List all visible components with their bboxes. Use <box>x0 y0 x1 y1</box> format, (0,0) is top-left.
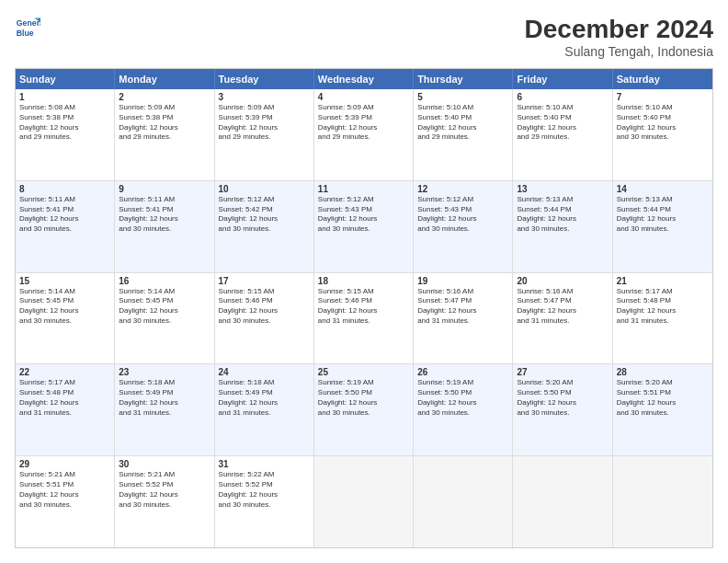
day-number: 5 <box>417 92 508 102</box>
calendar-header: SundayMondayTuesdayWednesdayThursdayFrid… <box>16 69 712 89</box>
cell-text: Sunrise: 5:13 AM Sunset: 5:44 PM Dayligh… <box>617 195 709 235</box>
calendar-cell: 22 Sunrise: 5:17 AM Sunset: 5:48 PM Dayl… <box>16 364 115 455</box>
day-number: 9 <box>119 184 210 194</box>
cell-text: Sunrise: 5:10 AM Sunset: 5:40 PM Dayligh… <box>617 103 709 143</box>
calendar-cell <box>513 456 612 547</box>
day-number: 27 <box>517 367 608 377</box>
cell-text: Sunrise: 5:14 AM Sunset: 5:45 PM Dayligh… <box>119 287 210 327</box>
day-number: 18 <box>318 276 409 286</box>
day-header-saturday: Saturday <box>613 69 712 89</box>
page: General Blue General Blue December 2024 … <box>0 0 728 563</box>
day-number: 28 <box>617 367 709 377</box>
day-number: 8 <box>19 184 110 194</box>
calendar: SundayMondayTuesdayWednesdayThursdayFrid… <box>15 68 713 548</box>
day-number: 14 <box>617 184 709 194</box>
calendar-cell: 10 Sunrise: 5:12 AM Sunset: 5:42 PM Dayl… <box>215 181 314 272</box>
day-number: 30 <box>119 459 210 469</box>
calendar-cell: 4 Sunrise: 5:09 AM Sunset: 5:39 PM Dayli… <box>314 89 414 180</box>
calendar-cell: 14 Sunrise: 5:13 AM Sunset: 5:44 PM Dayl… <box>613 181 712 272</box>
cell-text: Sunrise: 5:13 AM Sunset: 5:44 PM Dayligh… <box>517 195 608 235</box>
calendar-cell: 17 Sunrise: 5:15 AM Sunset: 5:46 PM Dayl… <box>215 273 314 364</box>
day-number: 10 <box>219 184 310 194</box>
calendar-cell: 6 Sunrise: 5:10 AM Sunset: 5:40 PM Dayli… <box>513 89 612 180</box>
cell-text: Sunrise: 5:21 AM Sunset: 5:52 PM Dayligh… <box>119 470 210 510</box>
day-number: 19 <box>417 276 508 286</box>
calendar-body: 1 Sunrise: 5:08 AM Sunset: 5:38 PM Dayli… <box>16 89 712 547</box>
calendar-row-2: 8 Sunrise: 5:11 AM Sunset: 5:41 PM Dayli… <box>16 181 712 273</box>
cell-text: Sunrise: 5:12 AM Sunset: 5:43 PM Dayligh… <box>318 195 409 235</box>
calendar-cell: 31 Sunrise: 5:22 AM Sunset: 5:52 PM Dayl… <box>215 456 314 547</box>
cell-text: Sunrise: 5:10 AM Sunset: 5:40 PM Dayligh… <box>417 103 508 143</box>
cell-text: Sunrise: 5:15 AM Sunset: 5:46 PM Dayligh… <box>318 287 409 327</box>
day-number: 29 <box>19 459 110 469</box>
calendar-cell: 19 Sunrise: 5:16 AM Sunset: 5:47 PM Dayl… <box>414 273 513 364</box>
day-number: 6 <box>517 92 608 102</box>
calendar-cell: 5 Sunrise: 5:10 AM Sunset: 5:40 PM Dayli… <box>414 89 513 180</box>
calendar-cell: 20 Sunrise: 5:16 AM Sunset: 5:47 PM Dayl… <box>513 273 612 364</box>
cell-text: Sunrise: 5:20 AM Sunset: 5:50 PM Dayligh… <box>517 378 608 418</box>
day-number: 16 <box>119 276 210 286</box>
cell-text: Sunrise: 5:18 AM Sunset: 5:49 PM Dayligh… <box>119 378 210 418</box>
day-number: 15 <box>19 276 110 286</box>
month-year: December 2024 <box>525 15 713 44</box>
calendar-cell: 15 Sunrise: 5:14 AM Sunset: 5:45 PM Dayl… <box>16 273 115 364</box>
logo-icon: General Blue <box>15 15 40 40</box>
day-number: 2 <box>119 92 210 102</box>
day-header-thursday: Thursday <box>414 69 513 89</box>
cell-text: Sunrise: 5:08 AM Sunset: 5:38 PM Dayligh… <box>19 103 110 143</box>
day-number: 4 <box>318 92 409 102</box>
title-block: December 2024 Sulang Tengah, Indonesia <box>525 15 713 59</box>
calendar-cell: 16 Sunrise: 5:14 AM Sunset: 5:45 PM Dayl… <box>115 273 214 364</box>
day-number: 13 <box>517 184 608 194</box>
cell-text: Sunrise: 5:22 AM Sunset: 5:52 PM Dayligh… <box>219 470 310 510</box>
cell-text: Sunrise: 5:21 AM Sunset: 5:51 PM Dayligh… <box>19 470 110 510</box>
day-number: 12 <box>417 184 508 194</box>
calendar-cell: 11 Sunrise: 5:12 AM Sunset: 5:43 PM Dayl… <box>314 181 414 272</box>
day-header-wednesday: Wednesday <box>314 69 414 89</box>
day-number: 1 <box>19 92 110 102</box>
cell-text: Sunrise: 5:12 AM Sunset: 5:42 PM Dayligh… <box>219 195 310 235</box>
cell-text: Sunrise: 5:17 AM Sunset: 5:48 PM Dayligh… <box>19 378 110 418</box>
calendar-cell: 23 Sunrise: 5:18 AM Sunset: 5:49 PM Dayl… <box>115 364 214 455</box>
cell-text: Sunrise: 5:19 AM Sunset: 5:50 PM Dayligh… <box>417 378 508 418</box>
cell-text: Sunrise: 5:17 AM Sunset: 5:48 PM Dayligh… <box>617 287 709 327</box>
svg-text:Blue: Blue <box>17 29 34 38</box>
calendar-cell: 28 Sunrise: 5:20 AM Sunset: 5:51 PM Dayl… <box>613 364 712 455</box>
cell-text: Sunrise: 5:14 AM Sunset: 5:45 PM Dayligh… <box>19 287 110 327</box>
day-header-sunday: Sunday <box>16 69 115 89</box>
calendar-cell: 25 Sunrise: 5:19 AM Sunset: 5:50 PM Dayl… <box>314 364 414 455</box>
cell-text: Sunrise: 5:18 AM Sunset: 5:49 PM Dayligh… <box>219 378 310 418</box>
calendar-cell: 2 Sunrise: 5:09 AM Sunset: 5:38 PM Dayli… <box>115 89 214 180</box>
calendar-cell: 26 Sunrise: 5:19 AM Sunset: 5:50 PM Dayl… <box>414 364 513 455</box>
cell-text: Sunrise: 5:09 AM Sunset: 5:39 PM Dayligh… <box>219 103 310 143</box>
day-header-friday: Friday <box>513 69 612 89</box>
day-number: 17 <box>219 276 310 286</box>
calendar-cell: 9 Sunrise: 5:11 AM Sunset: 5:41 PM Dayli… <box>115 181 214 272</box>
day-number: 26 <box>417 367 508 377</box>
calendar-cell: 18 Sunrise: 5:15 AM Sunset: 5:46 PM Dayl… <box>314 273 414 364</box>
day-number: 7 <box>617 92 709 102</box>
cell-text: Sunrise: 5:16 AM Sunset: 5:47 PM Dayligh… <box>517 287 608 327</box>
day-number: 31 <box>219 459 310 469</box>
logo: General Blue General Blue <box>15 15 40 40</box>
calendar-cell: 24 Sunrise: 5:18 AM Sunset: 5:49 PM Dayl… <box>215 364 314 455</box>
day-number: 22 <box>19 367 110 377</box>
calendar-cell: 7 Sunrise: 5:10 AM Sunset: 5:40 PM Dayli… <box>613 89 712 180</box>
cell-text: Sunrise: 5:15 AM Sunset: 5:46 PM Dayligh… <box>219 287 310 327</box>
header: General Blue General Blue December 2024 … <box>15 15 713 59</box>
day-number: 20 <box>517 276 608 286</box>
day-number: 24 <box>219 367 310 377</box>
cell-text: Sunrise: 5:11 AM Sunset: 5:41 PM Dayligh… <box>19 195 110 235</box>
calendar-cell: 12 Sunrise: 5:12 AM Sunset: 5:43 PM Dayl… <box>414 181 513 272</box>
calendar-cell: 30 Sunrise: 5:21 AM Sunset: 5:52 PM Dayl… <box>115 456 214 547</box>
day-number: 11 <box>318 184 409 194</box>
calendar-cell: 29 Sunrise: 5:21 AM Sunset: 5:51 PM Dayl… <box>16 456 115 547</box>
day-number: 23 <box>119 367 210 377</box>
cell-text: Sunrise: 5:09 AM Sunset: 5:39 PM Dayligh… <box>318 103 409 143</box>
cell-text: Sunrise: 5:16 AM Sunset: 5:47 PM Dayligh… <box>417 287 508 327</box>
day-number: 25 <box>318 367 409 377</box>
cell-text: Sunrise: 5:20 AM Sunset: 5:51 PM Dayligh… <box>617 378 709 418</box>
calendar-cell <box>314 456 414 547</box>
calendar-row-1: 1 Sunrise: 5:08 AM Sunset: 5:38 PM Dayli… <box>16 89 712 181</box>
day-header-tuesday: Tuesday <box>215 69 314 89</box>
